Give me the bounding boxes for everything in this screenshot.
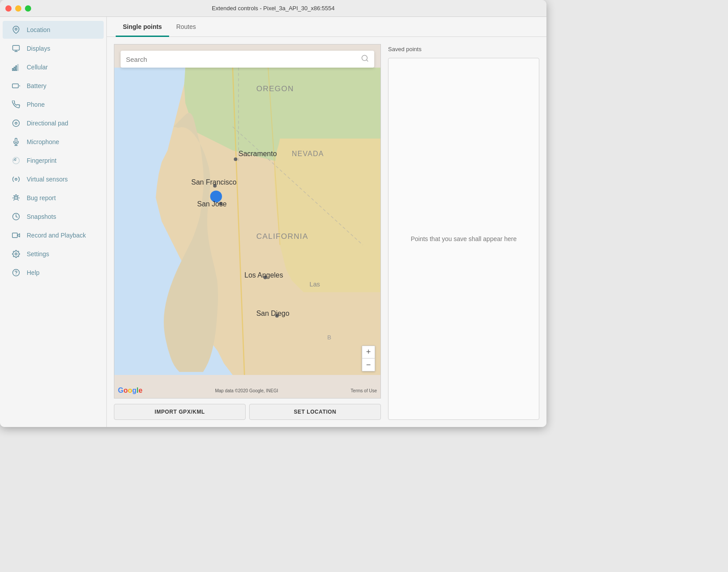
saved-points-empty-message: Points that you save shall appear here <box>411 235 517 242</box>
close-button[interactable] <box>5 5 12 12</box>
terms-link[interactable]: Terms of Use <box>351 388 377 393</box>
svg-point-30 <box>234 157 237 161</box>
settings-icon <box>12 250 20 258</box>
sidebar-item-help[interactable]: Help <box>3 264 104 282</box>
logo-o1: o <box>123 387 128 395</box>
help-icon <box>12 268 20 277</box>
svg-marker-25 <box>274 138 380 292</box>
logo-g: G <box>118 387 123 395</box>
map-svg: Sacramento San Francisco San Jose Los An… <box>114 44 380 398</box>
content-body: Sacramento San Francisco San Jose Los An… <box>107 37 546 427</box>
svg-point-15 <box>15 197 17 199</box>
map-wrapper: Sacramento San Francisco San Jose Los An… <box>114 44 381 399</box>
virtual-sensors-icon <box>12 175 20 184</box>
tab-routes[interactable]: Routes <box>169 17 203 37</box>
google-logo: Google <box>118 387 142 395</box>
svg-point-10 <box>13 120 20 127</box>
svg-text:San Jose: San Jose <box>197 200 227 208</box>
saved-points-section: Saved points Points that you save shall … <box>388 44 539 420</box>
svg-text:San Diego: San Diego <box>256 310 290 317</box>
sidebar-item-label-displays: Displays <box>27 45 50 52</box>
displays-icon <box>12 44 20 53</box>
svg-rect-7 <box>17 64 18 71</box>
sidebar-item-directional-pad[interactable]: Directional pad <box>3 114 104 132</box>
svg-rect-8 <box>12 84 19 88</box>
sidebar-item-snapshots[interactable]: Snapshots <box>3 208 104 226</box>
zoom-out-button[interactable]: − <box>362 359 375 371</box>
svg-text:CALIFORNIA: CALIFORNIA <box>256 232 308 241</box>
location-icon <box>12 25 20 34</box>
sidebar-item-settings[interactable]: Settings <box>3 245 104 263</box>
sidebar-item-label-battery: Battery <box>27 82 46 89</box>
svg-line-47 <box>366 60 368 61</box>
svg-text:San Francisco: San Francisco <box>191 178 237 186</box>
sidebar-item-label-virtual-sensors: Virtual sensors <box>27 176 68 183</box>
saved-points-label: Saved points <box>388 44 539 54</box>
sidebar-item-microphone[interactable]: Microphone <box>3 133 104 151</box>
logo-o2: o <box>128 387 132 395</box>
sidebar-item-location[interactable]: Location <box>3 21 104 39</box>
main-container: Location Displays Cellular Battery Phone… <box>0 17 546 427</box>
svg-point-14 <box>15 178 17 181</box>
sidebar-item-cellular[interactable]: Cellular <box>3 58 104 76</box>
window-title: Extended controls - Pixel_3a_API_30_x86:… <box>212 5 335 12</box>
minimize-button[interactable] <box>15 5 21 12</box>
svg-point-19 <box>15 253 17 255</box>
svg-marker-17 <box>17 234 20 237</box>
svg-rect-6 <box>16 66 16 71</box>
import-gpx-button[interactable]: IMPORT GPX/KML <box>114 404 246 420</box>
sidebar-item-label-settings: Settings <box>27 250 49 258</box>
svg-text:Las: Las <box>310 281 320 288</box>
search-icon <box>361 54 369 64</box>
svg-text:Sacramento: Sacramento <box>239 150 277 157</box>
sidebar-item-label-bug-report: Bug report <box>27 194 56 201</box>
phone-icon <box>12 100 20 109</box>
sidebar-item-phone[interactable]: Phone <box>3 96 104 113</box>
microphone-icon <box>12 137 20 146</box>
svg-rect-4 <box>12 68 13 71</box>
sidebar-item-record-playback[interactable]: Record and Playback <box>3 226 104 244</box>
content-area: Single pointsRoutes <box>107 17 546 427</box>
directional-pad-icon <box>12 119 20 128</box>
window-controls[interactable] <box>5 5 31 12</box>
map-attribution: Google Map data ©2020 Google, INEGI Term… <box>118 387 377 395</box>
record-playback-icon <box>12 231 20 240</box>
sidebar-item-label-record-playback: Record and Playback <box>27 232 86 239</box>
svg-text:Los Angeles: Los Angeles <box>244 271 283 279</box>
tabs-bar: Single pointsRoutes <box>107 17 546 37</box>
set-location-button[interactable]: SET LOCATION <box>249 404 381 420</box>
sidebar-item-battery[interactable]: Battery <box>3 77 104 95</box>
saved-points-box: Points that you save shall appear here <box>388 58 539 420</box>
zoom-in-button[interactable]: + <box>362 346 375 359</box>
bug-report-icon <box>12 193 20 202</box>
svg-point-11 <box>15 122 17 125</box>
zoom-controls: + − <box>362 346 375 371</box>
sidebar-item-label-snapshots: Snapshots <box>27 213 56 220</box>
sidebar-item-displays[interactable]: Displays <box>3 40 104 57</box>
svg-rect-1 <box>13 45 20 50</box>
snapshots-icon <box>12 212 20 221</box>
maximize-button[interactable] <box>25 5 31 12</box>
svg-text:NEVADA: NEVADA <box>292 150 324 157</box>
sidebar-item-label-cellular: Cellular <box>27 64 48 71</box>
titlebar: Extended controls - Pixel_3a_API_30_x86:… <box>0 0 546 17</box>
tab-single-points[interactable]: Single points <box>116 17 169 37</box>
sidebar-item-label-fingerprint: Fingerprint <box>27 157 57 164</box>
battery-icon <box>12 81 20 90</box>
sidebar-item-label-help: Help <box>27 269 40 276</box>
sidebar-item-virtual-sensors[interactable]: Virtual sensors <box>3 170 104 188</box>
search-input[interactable] <box>126 56 357 63</box>
sidebar-item-label-location: Location <box>27 26 50 33</box>
map-action-buttons: IMPORT GPX/KML SET LOCATION <box>114 404 381 420</box>
map-search-box[interactable] <box>121 51 374 68</box>
logo-g2: g <box>132 387 137 395</box>
sidebar-item-fingerprint[interactable]: Fingerprint <box>3 152 104 169</box>
svg-text:OREGON: OREGON <box>256 84 294 93</box>
sidebar-item-label-phone: Phone <box>27 101 44 108</box>
sidebar: Location Displays Cellular Battery Phone… <box>0 17 107 427</box>
cellular-icon <box>12 63 20 72</box>
svg-text:B: B <box>327 334 331 341</box>
map-data-text: Map data ©2020 Google, INEGI <box>215 388 278 393</box>
svg-point-0 <box>15 28 17 30</box>
sidebar-item-bug-report[interactable]: Bug report <box>3 189 104 207</box>
